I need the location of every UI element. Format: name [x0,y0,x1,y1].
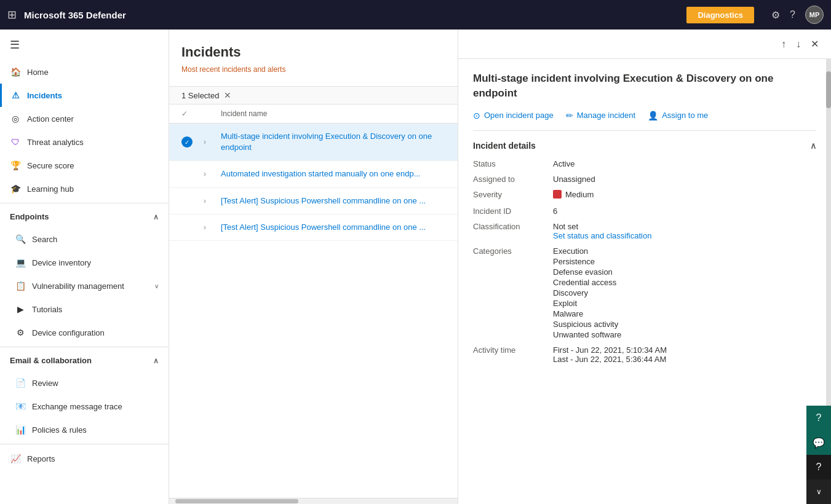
tutorials-icon: ▶ [15,304,26,315]
incident-name: Multi-stage incident involving Execution… [221,131,445,153]
help-icon[interactable]: ? [790,9,795,20]
assigned-to-label: Assigned to [473,175,553,184]
row-chevron-icon: › [204,170,216,178]
vuln-chevron-icon: ∨ [154,283,159,289]
floating-more-button[interactable]: ∨ [806,479,831,504]
section-title: Incident details [473,141,536,151]
open-incident-icon: ⊙ [473,111,480,120]
sidebar-item-learning-hub[interactable]: 🎓 Learning hub [0,177,169,200]
sidebar-item-label: Threat analytics [27,138,84,147]
activity-time-value: First - Jun 22, 2021, 5:10:34 AM Last - … [553,345,816,364]
email-sub: 📄 Review 📧 Exchange message trace 📊 Poli… [0,371,169,441]
assign-to-me-label: Assign to me [662,111,708,120]
severity-dot [553,190,562,199]
sidebar-item-exchange-message-trace[interactable]: 📧 Exchange message trace [5,395,169,418]
floating-help-button[interactable]: ? [806,406,831,430]
clear-selection-button[interactable]: ✕ [224,90,231,100]
sidebar-item-label: Tutorials [32,305,62,314]
grid-icon[interactable]: ⊞ [7,8,17,22]
activity-first: First - Jun 22, 2021, 5:10:34 AM [553,345,816,355]
close-panel-icon[interactable]: ✕ [808,36,821,52]
table-row[interactable]: ✓ › Multi-stage incident involving Execu… [169,124,458,161]
manage-incident-action[interactable]: ✏ Manage incident [566,111,635,120]
classification-field: Classification Not set Set status and cl… [473,222,816,240]
endpoints-label: Endpoints [10,212,49,221]
floating-feedback-button[interactable]: ? [806,455,831,479]
row-chevron-icon: › [204,197,216,205]
horizontal-scrollbar[interactable] [169,498,458,504]
assigned-to-value: Unassigned [553,175,816,184]
sidebar-item-review[interactable]: 📄 Review [5,371,169,395]
incidents-subtitle: Most recent incidents and alerts [181,65,445,74]
row-check: ✓ [181,136,199,148]
classification-label: Classification [473,222,553,240]
sidebar-item-label: Reports [27,454,55,463]
sidebar-toggle[interactable]: ☰ [0,30,169,60]
detail-panel: ↑ ↓ ✕ Multi-stage incident involving Exe… [458,30,831,504]
nav-up-icon[interactable]: ↑ [779,36,789,52]
categories-label: Categories [473,246,553,339]
sidebar-item-incidents[interactable]: ⚠ Incidents [0,84,169,107]
email-label: Email & collaboration [10,356,92,365]
sidebar-item-action-center[interactable]: ◎ Action center [0,107,169,130]
categories-list: Execution Persistence Defense evasion Cr… [553,246,816,339]
diagnostics-button[interactable]: Diagnostics [686,7,754,23]
nav-down-icon[interactable]: ↓ [793,36,803,52]
user-avatar[interactable]: MP [805,6,824,24]
sidebar-item-search[interactable]: 🔍 Search [5,227,169,251]
sidebar-item-threat-analytics[interactable]: 🛡 Threat analytics [0,130,169,154]
secure-score-icon: 🏆 [10,160,21,171]
category-item: Discovery [553,288,816,297]
email-section[interactable]: Email & collaboration ∧ [0,350,169,371]
sidebar-item-label: Device configuration [32,328,105,337]
endpoints-sub: 🔍 Search 💻 Device inventory 📋 Vulnerabil… [0,227,169,344]
incident-id-field: Incident ID 6 [473,207,816,216]
classification-value: Not set Set status and classification [553,222,816,240]
sidebar-item-label: Exchange message trace [32,402,122,411]
sidebar-item-home[interactable]: 🏠 Home [0,60,169,84]
selection-count: 1 Selected [181,91,219,100]
detail-actions: ⊙ Open incident page ✏ Manage incident 👤… [473,111,816,120]
status-value: Active [553,159,816,168]
open-incident-action[interactable]: ⊙ Open incident page [473,111,554,120]
action-center-icon: ◎ [10,113,21,124]
sidebar: ☰ 🏠 Home ⚠ Incidents ◎ Action center 🛡 T… [0,30,169,504]
search-icon: 🔍 [15,234,26,245]
learning-hub-icon: 🎓 [10,183,21,194]
sidebar-item-device-inventory[interactable]: 💻 Device inventory [5,251,169,274]
floating-chat-button[interactable]: 💬 [806,430,831,455]
sidebar-item-vulnerability-management[interactable]: 📋 Vulnerability management ∨ [5,274,169,297]
topbar-icons: ⚙ ? MP [771,6,824,24]
sidebar-item-device-configuration[interactable]: ⚙ Device configuration [5,321,169,344]
manage-incident-icon: ✏ [566,111,573,120]
activity-last: Last - Jun 22, 2021, 5:36:44 AM [553,355,816,364]
detail-title: Multi-stage incident involving Execution… [473,71,816,101]
sidebar-item-secure-score[interactable]: 🏆 Secure score [0,154,169,177]
severity-field: Severity Medium [473,190,816,201]
table-row[interactable]: › Automated investigation started manual… [169,161,458,187]
manage-incident-label: Manage incident [577,111,635,120]
incident-name: [Test Alert] Suspicious Powershell comma… [221,195,445,207]
divider-2 [0,347,169,347]
sidebar-item-label: Vulnerability management [32,282,124,291]
incidents-table: ✓ Incident name ✓ › Multi-stage incident… [169,104,458,498]
table-row[interactable]: › [Test Alert] Suspicious Powershell com… [169,215,458,241]
settings-icon[interactable]: ⚙ [771,9,780,21]
sidebar-item-policies-rules[interactable]: 📊 Policies & rules [5,418,169,441]
table-row[interactable]: › [Test Alert] Suspicious Powershell com… [169,188,458,215]
severity-label: Severity [473,190,553,201]
categories-field: Categories Execution Persistence Defense… [473,246,816,339]
detail-divider [473,130,816,131]
endpoints-section[interactable]: Endpoints ∧ [0,206,169,227]
category-item: Persistence [553,257,816,266]
collapse-section-icon[interactable]: ∧ [810,141,816,151]
incident-details-section: Incident details ∧ [473,141,816,151]
open-incident-label: Open incident page [484,111,554,120]
sidebar-item-reports[interactable]: 📈 Reports [0,447,169,470]
sidebar-item-tutorials[interactable]: ▶ Tutorials [5,297,169,321]
home-icon: 🏠 [10,66,21,77]
assign-to-me-action[interactable]: 👤 Assign to me [648,111,708,120]
assigned-to-field: Assigned to Unassigned [473,175,816,184]
set-classification-link[interactable]: Set status and classification [553,231,816,240]
incidents-header: Incidents Most recent incidents and aler… [169,30,458,87]
